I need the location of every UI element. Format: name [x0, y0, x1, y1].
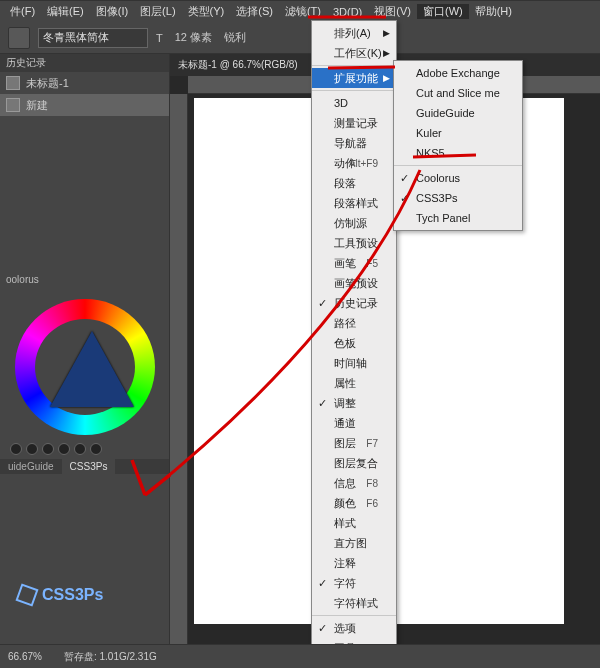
color-wheel[interactable] [15, 299, 155, 435]
menu-item[interactable]: 样式 [312, 513, 396, 533]
menu-separator [394, 165, 522, 166]
disk-status: 暂存盘: 1.01G/2.31G [64, 650, 157, 664]
menu-item[interactable]: 导航器 [312, 133, 396, 153]
menu-item[interactable]: ✓调整 [312, 393, 396, 413]
menu-item[interactable]: 画笔预设 [312, 273, 396, 293]
menu-item[interactable]: 图层复合 [312, 453, 396, 473]
menu-item[interactable]: 色板 [312, 333, 396, 353]
menu-item[interactable]: 段落样式 [312, 193, 396, 213]
menu-9[interactable]: 窗口(W) [417, 4, 469, 19]
menu-item[interactable]: 排列(A)▶ [312, 23, 396, 43]
history-step-label: 新建 [26, 98, 48, 113]
menu-item[interactable]: 通道 [312, 413, 396, 433]
swatch-row [0, 439, 169, 459]
menu-separator [312, 90, 396, 91]
menu-item[interactable]: 段落 [312, 173, 396, 193]
coolorus-tab[interactable]: oolorus [0, 272, 169, 287]
status-bar: 66.67% 暂存盘: 1.01G/2.31G [0, 644, 600, 668]
menu-item[interactable]: 图层F7 [312, 433, 396, 453]
menu-item[interactable]: ✓CSS3Ps [394, 188, 522, 208]
menu-item[interactable]: 动作Alt+F9 [312, 153, 396, 173]
menu-4[interactable]: 类型(Y) [182, 4, 231, 19]
menu-separator [312, 65, 396, 66]
extensions-submenu: Adobe ExchangeCut and Slice meGuideGuide… [393, 60, 523, 231]
font-family-select[interactable] [38, 28, 148, 48]
menu-item[interactable]: 测量记录 [312, 113, 396, 133]
menu-item[interactable]: 属性 [312, 373, 396, 393]
menu-item[interactable]: Adobe Exchange [394, 63, 522, 83]
history-doc-name: 未标题-1 [26, 76, 69, 91]
options-bar: T 12 像素 锐利 [0, 22, 600, 54]
cube-icon [15, 583, 38, 606]
panel-tabstrip: uideGuide CSS3Ps [0, 459, 169, 474]
menu-item[interactable]: GuideGuide [394, 103, 522, 123]
menu-item[interactable]: NKS5 [394, 143, 522, 163]
history-document-row[interactable]: 未标题-1 [0, 72, 169, 94]
text-tool-icon[interactable] [8, 27, 30, 49]
css3ps-body: CSS3Ps [0, 474, 169, 644]
menu-item[interactable]: Tych Panel [394, 208, 522, 228]
menu-7[interactable]: 3D(D) [327, 6, 368, 18]
swatch[interactable] [26, 443, 38, 455]
menu-item[interactable]: Kuler [394, 123, 522, 143]
menu-item[interactable]: 字符样式 [312, 593, 396, 613]
step-thumb-icon [6, 98, 20, 112]
menu-1[interactable]: 编辑(E) [41, 4, 90, 19]
menu-2[interactable]: 图像(I) [90, 4, 134, 19]
menu-item[interactable]: 颜色F6 [312, 493, 396, 513]
css3ps-logo[interactable]: CSS3Ps [18, 586, 103, 604]
history-step-row[interactable]: 新建 [0, 94, 169, 116]
menu-item[interactable]: ✓字符 [312, 573, 396, 593]
left-panels: 历史记录 未标题-1 新建 oolorus uideGuide CSS3Ps C… [0, 54, 170, 644]
menu-6[interactable]: 滤镜(T) [279, 4, 327, 19]
css3ps-panel: uideGuide CSS3Ps CSS3Ps [0, 459, 169, 644]
tab-guideguide[interactable]: uideGuide [0, 459, 62, 474]
menu-item[interactable]: 注释 [312, 553, 396, 573]
menu-item[interactable]: 3D [312, 93, 396, 113]
font-size-value[interactable]: 12 像素 [171, 30, 216, 45]
menu-item[interactable]: 工作区(K)▶ [312, 43, 396, 63]
menu-item[interactable]: 路径 [312, 313, 396, 333]
menu-item[interactable]: 信息F8 [312, 473, 396, 493]
swatch[interactable] [74, 443, 86, 455]
menu-item[interactable]: 工具预设 [312, 233, 396, 253]
menu-item[interactable]: 仿制源 [312, 213, 396, 233]
aa-value[interactable]: 锐利 [224, 30, 246, 45]
menu-item[interactable]: 画笔F5 [312, 253, 396, 273]
swatch[interactable] [10, 443, 22, 455]
menu-separator [312, 615, 396, 616]
swatch[interactable] [42, 443, 54, 455]
menu-item[interactable]: 时间轴 [312, 353, 396, 373]
doc-thumb-icon [6, 76, 20, 90]
menu-10[interactable]: 帮助(H) [469, 4, 518, 19]
menu-item[interactable]: 直方图 [312, 533, 396, 553]
history-panel: 历史记录 未标题-1 新建 [0, 54, 169, 116]
menu-item[interactable]: Cut and Slice me [394, 83, 522, 103]
menu-0[interactable]: 件(F) [4, 4, 41, 19]
menubar: 件(F)编辑(E)图像(I)图层(L)类型(Y)选择(S)滤镜(T)3D(D)视… [0, 0, 600, 22]
menu-item[interactable]: ✓Coolorus [394, 168, 522, 188]
menu-8[interactable]: 视图(V) [368, 4, 417, 19]
zoom-value[interactable]: 66.67% [8, 651, 42, 662]
swatch[interactable] [58, 443, 70, 455]
font-size-icon: T [156, 32, 163, 44]
history-title: 历史记录 [0, 54, 169, 72]
swatch[interactable] [90, 443, 102, 455]
menu-5[interactable]: 选择(S) [230, 4, 279, 19]
ruler-vertical [170, 94, 188, 644]
menu-item[interactable]: ✓历史记录 [312, 293, 396, 313]
menu-3[interactable]: 图层(L) [134, 4, 181, 19]
menu-item[interactable]: 扩展功能▶ [312, 68, 396, 88]
css3ps-logo-text: CSS3Ps [42, 586, 103, 604]
window-menu: 排列(A)▶工作区(K)▶扩展功能▶3D测量记录导航器动作Alt+F9段落段落样… [311, 20, 397, 668]
menu-item[interactable]: ✓选项 [312, 618, 396, 638]
tab-css3ps[interactable]: CSS3Ps [62, 459, 116, 474]
